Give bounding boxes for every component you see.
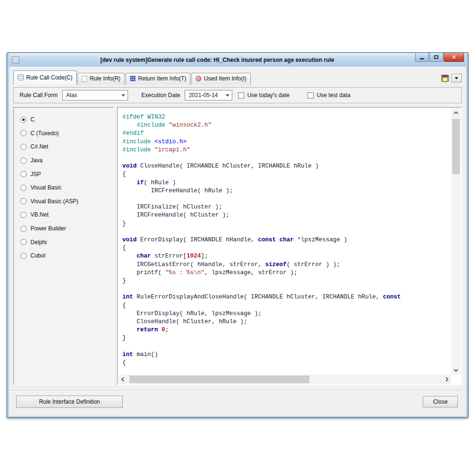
language-option-c-tuxedo-[interactable]: C (Tuxedo) <box>20 127 107 140</box>
tab-used-item-info-i-[interactable]: Used Item Info(I) <box>191 73 250 85</box>
rule-call-form-value: Alas <box>66 92 77 99</box>
horizontal-scrollbar[interactable] <box>118 375 451 384</box>
code-line: IRCGetLastError( hHandle, strError, size… <box>122 261 449 269</box>
language-label: Cobol <box>30 252 45 259</box>
radio-button[interactable] <box>20 130 27 136</box>
chevron-up-icon <box>454 111 458 114</box>
code-content: #ifdef WIN32 #include "winsock2.h"#endif… <box>118 108 451 375</box>
language-option-visual-basic[interactable]: Visual Basic <box>20 181 107 195</box>
language-label: JSP <box>30 171 41 178</box>
page-code-tab-icon <box>18 74 24 80</box>
tab-rule-info-r-[interactable]: Rule Info(R) <box>78 73 125 85</box>
rule-interface-definition-button[interactable]: Rule Interface Definition <box>16 396 123 408</box>
code-line: if( hRule ) <box>122 179 449 187</box>
horizontal-scroll-thumb[interactable] <box>129 376 309 383</box>
language-label: Delphi <box>30 239 47 246</box>
maximize-icon <box>434 55 438 59</box>
code-line: int RuleErrorDisplayAndCloseHandle( IRCH… <box>122 293 449 301</box>
use-todays-date-checkbox-item: Use today's date <box>238 92 289 99</box>
language-option-delphi[interactable]: Delphi <box>20 235 107 249</box>
maximize-button[interactable] <box>429 53 443 62</box>
language-option-power-builder[interactable]: Power Builder <box>20 222 107 236</box>
radio-button[interactable] <box>20 198 27 204</box>
code-line: } <box>122 277 449 285</box>
radio-button[interactable] <box>20 226 27 232</box>
code-line: { <box>122 359 449 367</box>
scroll-up-button[interactable] <box>451 108 461 117</box>
code-line: printf( "%s : %s\n", lpszMessage, strErr… <box>122 269 449 277</box>
dialog-window: [dev rule system]Generate rule call code… <box>7 52 468 418</box>
code-line: char strError[1024]; <box>122 252 449 260</box>
execution-date-select[interactable]: 2021-05-14 <box>185 90 232 100</box>
radio-button[interactable] <box>20 158 27 164</box>
language-label: Power Builder <box>30 225 66 232</box>
code-line <box>122 228 449 236</box>
chevron-left-icon <box>121 377 124 382</box>
tab-strip: Rule Call Code(C)Rule Info(R)Return Item… <box>13 70 462 85</box>
radio-button[interactable] <box>20 185 27 191</box>
language-option-java[interactable]: Java <box>20 154 107 168</box>
disc-tab-icon <box>196 76 201 81</box>
code-line: #include "ircapi.h" <box>122 146 449 154</box>
language-label: VB.Net <box>30 211 49 218</box>
code-line <box>122 195 449 203</box>
radio-button[interactable] <box>20 171 27 177</box>
language-option-cobol[interactable]: Cobol <box>20 249 107 263</box>
rule-call-form-select[interactable]: Alas <box>62 90 128 100</box>
code-line: ErrorDisplay( hRule, lpszMessage ); <box>122 310 449 318</box>
code-line: { <box>122 302 449 310</box>
language-option-c-net[interactable]: C#.Net <box>20 140 107 154</box>
language-label: Visual Basic (ASP) <box>30 198 78 205</box>
toolbar: Rule Call Form Alas Execution Date 2021-… <box>13 87 462 103</box>
language-label: C <box>30 116 35 123</box>
use-todays-date-checkbox[interactable] <box>238 92 244 99</box>
radio-button[interactable] <box>20 144 27 150</box>
chevron-down-icon <box>455 77 458 79</box>
language-label: Visual Basic <box>30 184 61 191</box>
tab-label: Return Item Info(T) <box>138 75 186 82</box>
minimize-button[interactable] <box>415 53 429 62</box>
radio-button[interactable] <box>20 212 27 218</box>
code-line: #ifdef WIN32 <box>122 113 449 121</box>
language-label: Java <box>30 157 42 164</box>
rule-call-form-label: Rule Call Form <box>20 92 58 99</box>
tab-rule-call-code-c-[interactable]: Rule Call Code(C) <box>13 70 77 85</box>
code-line: { <box>122 244 449 252</box>
tab-return-item-info-t-[interactable]: Return Item Info(T) <box>126 73 190 85</box>
chevron-down-icon <box>121 94 125 97</box>
vertical-scrollbar[interactable] <box>451 108 461 375</box>
code-line <box>122 154 449 162</box>
tab-strip-actions <box>441 74 462 85</box>
radio-button[interactable] <box>20 253 27 259</box>
language-option-jsp[interactable]: JSP <box>20 167 107 181</box>
scroll-left-button[interactable] <box>118 375 127 384</box>
code-line: return 0; <box>122 326 449 334</box>
language-option-visual-basic-asp-[interactable]: Visual Basic (ASP) <box>20 195 107 208</box>
use-test-data-checkbox[interactable] <box>307 92 314 99</box>
code-line: IRCFreeHandle( hCluster ); <box>122 211 449 219</box>
close-button[interactable]: Close <box>423 396 458 407</box>
code-line: CloseHandle( hCluster, hRule ); <box>122 318 449 326</box>
chevron-down-icon <box>454 369 458 372</box>
radio-button[interactable] <box>20 117 27 123</box>
language-option-c[interactable]: C <box>20 113 107 127</box>
language-list: CC (Tuxedo)C#.NetJavaJSPVisual BasicVisu… <box>13 107 114 385</box>
save-icon[interactable] <box>441 75 449 82</box>
save-options-dropdown-button[interactable] <box>451 74 462 82</box>
main-content: CC (Tuxedo)C#.NetJavaJSPVisual BasicVisu… <box>13 107 462 385</box>
vertical-scroll-thumb[interactable] <box>452 119 460 174</box>
language-option-vb-net[interactable]: VB.Net <box>20 208 107 222</box>
code-line: } <box>122 334 449 342</box>
code-line: void CloseHandle( IRCHANDLE hCluster, IR… <box>122 162 449 170</box>
scroll-right-button[interactable] <box>442 375 451 384</box>
code-line: } <box>122 220 449 228</box>
close-window-button[interactable]: ✕ <box>444 53 464 62</box>
use-test-data-checkbox-item: Use test data <box>307 92 350 99</box>
scroll-down-button[interactable] <box>451 366 461 375</box>
code-line <box>122 285 449 293</box>
radio-button[interactable] <box>20 239 27 245</box>
chevron-down-icon <box>226 94 229 97</box>
tab-label: Rule Info(R) <box>89 75 120 82</box>
code-panel: #ifdef WIN32 #include "winsock2.h"#endif… <box>117 107 462 385</box>
code-line: #include "winsock2.h" <box>122 121 449 129</box>
